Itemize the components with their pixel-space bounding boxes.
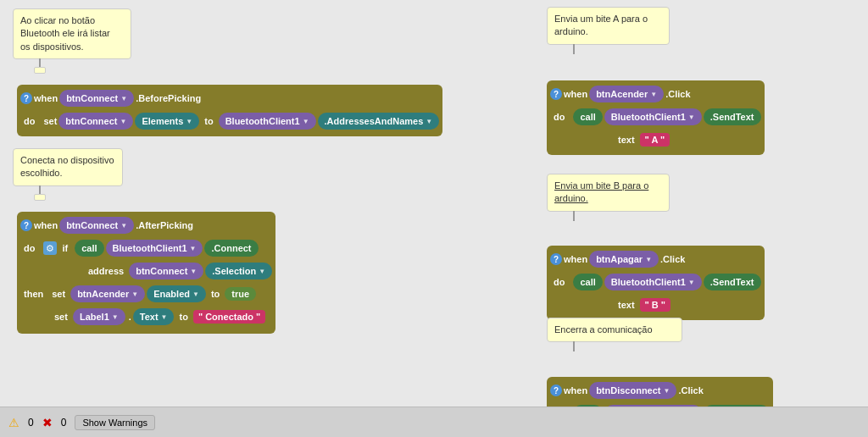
if-label: if [62,243,68,253]
comment-bluetooth-list: Ao clicar no botão Bluetooth ele irá lis… [13,8,131,59]
dropdown-icon[interactable]: ▼ [688,113,695,121]
when-label: when [34,93,58,103]
do4-row: do call BluetoothClient1 ▼ .SendText [550,272,761,292]
dropdown-icon[interactable]: ▼ [259,268,265,275]
help-icon[interactable]: ? [550,88,562,100]
set-target-pill[interactable]: btnConnect ▼ [58,113,133,130]
do3-row: do call BluetoothClient1 ▼ .SendText [550,107,761,127]
trigger-label: .BeforePicking [136,93,201,103]
comment-send-b: Envia um bite B para o arduino. [547,174,670,212]
text-label: text [618,300,635,310]
address-prop-pill[interactable]: .Selection ▼ [205,263,272,279]
when4-row: ? when btnApagar ▼ .Click [550,249,761,269]
component-pill[interactable]: btnConnect ▼ [59,90,134,107]
set2-target-pill[interactable]: Label1 ▼ [73,308,125,325]
address-label: address [88,266,124,276]
dropdown-icon[interactable]: ▼ [190,268,197,275]
string-value-a: " A " [640,133,670,147]
call-method-pill[interactable]: .SendText [704,108,761,125]
help-icon[interactable]: ? [20,219,32,231]
dropdown-icon[interactable]: ▼ [650,91,657,98]
dropdown-icon[interactable]: ▼ [688,279,695,286]
do-label: do [554,112,565,122]
trigger-label: .AfterPicking [136,220,193,230]
help-icon[interactable]: ? [550,253,562,265]
when3-row: ? when btnAcender ▼ .Click [550,84,761,104]
help-icon[interactable]: ? [20,92,32,104]
do-if-row: do ⚙ if call BluetoothClient1 ▼ .Connect [20,238,272,258]
do-row: do set btnConnect ▼ Elements ▼ to Blueto… [20,111,439,131]
dropdown-icon[interactable]: ▼ [120,118,126,125]
value-comp-pill[interactable]: BluetoothClient1 ▼ [219,113,316,130]
comment-end-comm: Encerra a comunicação [547,318,682,342]
string-value-b: " B " [640,298,671,312]
do-label: do [24,243,35,253]
dropdown-icon[interactable]: ▼ [664,387,670,395]
to2-label: to [179,312,187,322]
dropdown-icon[interactable]: ▼ [426,118,432,125]
call-label: call [573,274,602,290]
call-method-pill[interactable]: .Connect [204,240,258,257]
text3-row: text " A " [550,130,761,150]
call-comp-pill[interactable]: BluetoothClient1 ▼ [604,108,702,125]
comment-connect-device: Conecta no dispositivo escolhido. [13,148,123,186]
true-value: true [225,287,256,301]
then-row: then set btnAcender ▼ Enabled ▼ to true [20,284,272,304]
set1-prop-pill[interactable]: Enabled ▼ [147,285,206,302]
component-pill[interactable]: btnApagar ▼ [589,251,659,268]
when-btnconnect-afterpicking-group: ? when btnConnect ▼ .AfterPicking do ⚙ i… [17,212,275,334]
set-label: set [43,116,57,126]
call-comp-pill[interactable]: BluetoothClient1 ▼ [106,240,203,257]
dropdown-icon[interactable]: ▼ [192,290,199,298]
set1-label: set [52,289,65,299]
when-label: when [564,89,587,99]
help-icon[interactable]: ? [550,384,562,396]
dropdown-icon[interactable]: ▼ [161,313,168,321]
call-label: call [75,240,103,257]
call-method-pill[interactable]: .SendText [704,274,761,290]
component-pill[interactable]: btnConnect ▼ [59,217,134,234]
do-label: do [24,116,35,126]
when2-row: ? when btnConnect ▼ .AfterPicking [20,215,272,235]
value-prop-pill[interactable]: .AddressesAndNames ▼ [318,113,440,130]
dropdown-icon[interactable]: ▼ [303,118,309,125]
warning-count: 0 [28,417,34,429]
show-warnings-button[interactable]: Show Warnings [75,415,155,430]
warning-icon: ⚠ [8,416,19,429]
when-btnconnect-beforepicking-group: ? when btnConnect ▼ .BeforePicking do se… [17,85,442,136]
text-label: text [618,135,635,145]
gear-icon[interactable]: ⚙ [43,241,57,255]
dropdown-icon[interactable]: ▼ [645,256,652,263]
component-pill[interactable]: btnAcender ▼ [589,86,664,102]
when-label: when [564,254,587,264]
do-label: do [554,277,565,287]
set1-target-pill[interactable]: btnAcender ▼ [70,285,145,302]
address-row: address btnConnect ▼ .Selection ▼ [20,261,272,281]
dropdown-icon[interactable]: ▼ [186,118,192,125]
when-row: ? when btnConnect ▼ .BeforePicking [20,88,439,108]
dropdown-icon[interactable]: ▼ [120,222,127,230]
dropdown-icon[interactable]: ▼ [190,245,197,252]
error-count: 0 [61,417,67,429]
when-btnapagar-click-group: ? when btnApagar ▼ .Click do call Blueto… [547,246,765,320]
set2-label: set [54,312,68,322]
trigger-label: .Click [665,89,690,99]
to1-label: to [211,289,220,299]
bottom-bar: ⚠ 0 ✖ 0 Show Warnings [0,407,868,437]
text4-row: text " B " [550,295,761,315]
call-label: call [573,108,602,125]
address-comp-pill[interactable]: btnConnect ▼ [129,263,203,279]
dropdown-icon[interactable]: ▼ [120,95,127,102]
call-comp-pill[interactable]: BluetoothClient1 ▼ [604,274,702,290]
string-value: " Conectado " [193,310,265,324]
set-prop-pill[interactable]: Elements ▼ [135,113,199,130]
when5-row: ? when btnDisconnect ▼ .Click [550,380,770,401]
dropdown-icon[interactable]: ▼ [131,290,138,298]
when-btnacender-click-group: ? when btnAcender ▼ .Click do call Bluet… [547,80,765,155]
dropdown-icon[interactable]: ▼ [112,313,119,321]
set2-prop-pill[interactable]: Text ▼ [133,308,175,325]
when-label: when [34,220,58,230]
to-label: to [204,116,213,126]
component-pill[interactable]: btnDisconnect ▼ [589,382,676,399]
set2-row: set Label1 ▼ . Text ▼ to " Conectado " [20,307,272,327]
